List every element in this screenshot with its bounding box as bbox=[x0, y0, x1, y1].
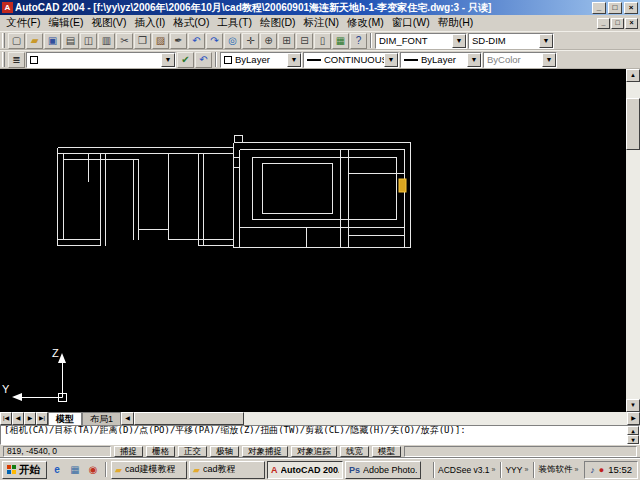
layer-combo[interactable]: ▼ bbox=[26, 52, 176, 68]
menu-format[interactable]: 格式(O) bbox=[169, 15, 213, 31]
zoom-realtime-icon[interactable]: ⊕ bbox=[260, 33, 277, 49]
properties-icon[interactable]: ▯ bbox=[314, 33, 331, 49]
tab-nav-button[interactable]: ◀ bbox=[12, 412, 24, 425]
close-button[interactable]: × bbox=[624, 2, 638, 14]
media-player-icon[interactable]: ◉ bbox=[85, 464, 101, 475]
chevron-down-icon[interactable]: ▼ bbox=[467, 53, 481, 67]
publish-icon[interactable]: ▥ bbox=[98, 33, 115, 49]
maximize-button[interactable]: □ bbox=[608, 2, 622, 14]
status-toggle-grid[interactable]: 栅格 bbox=[146, 446, 175, 457]
toolbar-grip[interactable] bbox=[2, 33, 5, 48]
zoom-previous-icon[interactable]: ⊟ bbox=[296, 33, 313, 49]
pan-realtime-icon[interactable]: ✛ bbox=[242, 33, 259, 49]
undo-icon[interactable]: ↶ bbox=[188, 33, 205, 49]
horizontal-scrollbar[interactable]: ◀ ▶ bbox=[121, 412, 640, 425]
antivirus-icon[interactable]: ● bbox=[599, 465, 604, 475]
text-style-combo[interactable]: DIM_FONT ▼ bbox=[375, 33, 467, 49]
minimize-button[interactable]: _ bbox=[592, 2, 606, 14]
volume-icon[interactable]: ♪ bbox=[590, 465, 595, 475]
taskbar-band[interactable]: 装饰软件» bbox=[533, 462, 582, 478]
status-toggle-osnap[interactable]: 对象捕捉 bbox=[242, 446, 288, 457]
tab-nav-button[interactable]: ▶| bbox=[36, 412, 48, 425]
taskbar-band[interactable]: YYY» bbox=[500, 462, 532, 478]
make-layer-current-icon[interactable]: ✔ bbox=[177, 52, 194, 68]
vertical-scroll-thumb[interactable] bbox=[626, 98, 640, 150]
scroll-down-icon[interactable]: ▼ bbox=[627, 435, 639, 444]
toolbar-grip[interactable] bbox=[2, 52, 5, 67]
redo-icon[interactable]: ↷ bbox=[206, 33, 223, 49]
command-window[interactable]: [相机(CA)/目标(TA)/距离(D)/点(PO)/平移(PA)/缩放(Z)/… bbox=[0, 425, 640, 445]
menu-modify[interactable]: 修改(M) bbox=[343, 15, 388, 31]
menu-tools[interactable]: 工具(T) bbox=[214, 15, 256, 31]
taskbar-clock: 15:52 bbox=[608, 464, 632, 475]
drawing-canvas[interactable]: Z Y ▲ ▼ bbox=[0, 69, 640, 412]
dim-style-combo[interactable]: SD-DIM ▼ bbox=[468, 33, 554, 49]
status-toggle-otrack[interactable]: 对象追踪 bbox=[291, 446, 337, 457]
show-desktop-icon[interactable]: ▦ bbox=[67, 464, 83, 475]
chevron-down-icon[interactable]: ▼ bbox=[161, 53, 175, 67]
command-scrollbar[interactable]: ▲ ▼ bbox=[627, 426, 639, 444]
paste-icon[interactable]: ▨ bbox=[152, 33, 169, 49]
cut-icon[interactable]: ✂ bbox=[116, 33, 133, 49]
taskbar-band[interactable]: ACDSee v3.1» bbox=[433, 462, 499, 478]
zoom-window-icon[interactable]: ⊞ bbox=[278, 33, 295, 49]
help-icon[interactable]: ? bbox=[350, 33, 367, 49]
copy-icon[interactable]: ❐ bbox=[134, 33, 151, 49]
start-button[interactable]: 开始 bbox=[2, 461, 47, 479]
horizontal-scroll-thumb[interactable] bbox=[134, 412, 244, 425]
tab-layout1[interactable]: 布局1 bbox=[82, 412, 121, 425]
status-toggle-snap[interactable]: 捕捉 bbox=[114, 446, 143, 457]
layer-manager-icon[interactable]: ≣ bbox=[8, 52, 25, 68]
open-file-icon[interactable]: ▰ bbox=[26, 33, 43, 49]
menu-window[interactable]: 窗口(W) bbox=[388, 15, 434, 31]
chevron-down-icon[interactable]: ▼ bbox=[384, 53, 398, 67]
chevron-down-icon[interactable]: ▼ bbox=[452, 34, 466, 48]
new-file-icon[interactable]: ▢ bbox=[8, 33, 25, 49]
scroll-up-icon[interactable]: ▲ bbox=[627, 426, 639, 435]
menu-draw[interactable]: 绘图(D) bbox=[256, 15, 300, 31]
vertical-scroll-track[interactable] bbox=[626, 82, 640, 399]
status-toggle-polar[interactable]: 极轴 bbox=[210, 446, 239, 457]
scroll-left-icon[interactable]: ◀ bbox=[121, 412, 134, 425]
taskbar-task[interactable]: ▰cad建模教程 bbox=[111, 461, 187, 479]
insert-hyperlink-icon[interactable]: ◎ bbox=[224, 33, 241, 49]
status-toggle-ortho[interactable]: 正交 bbox=[178, 446, 207, 457]
tab-nav-button[interactable]: |◀ bbox=[0, 412, 12, 425]
plot-preview-icon[interactable]: ◫ bbox=[80, 33, 97, 49]
save-icon[interactable]: ▣ bbox=[44, 33, 61, 49]
autocad-app-icon: A bbox=[2, 2, 13, 13]
horizontal-scroll-track[interactable] bbox=[134, 412, 627, 425]
tab-model[interactable]: 模型 bbox=[48, 412, 82, 425]
taskbar-task[interactable]: AAutoCAD 200... bbox=[267, 461, 343, 479]
chevron-down-icon[interactable]: ▼ bbox=[539, 34, 553, 48]
taskbar-task[interactable]: PsAdobe Photo... bbox=[345, 461, 421, 479]
ie-icon[interactable]: e bbox=[49, 464, 65, 475]
document-close-button[interactable]: × bbox=[625, 18, 638, 29]
status-toggle-lwt[interactable]: 线宽 bbox=[340, 446, 369, 457]
menu-view[interactable]: 视图(V) bbox=[87, 15, 130, 31]
status-toggle-model[interactable]: 模型 bbox=[372, 446, 401, 457]
lineweight-combo[interactable]: ByLayer ▼ bbox=[400, 52, 482, 68]
chevron-down-icon[interactable]: ▼ bbox=[542, 53, 556, 67]
designcenter-icon[interactable]: ▦ bbox=[332, 33, 349, 49]
match-properties-icon[interactable]: ✒ bbox=[170, 33, 187, 49]
scroll-down-icon[interactable]: ▼ bbox=[626, 399, 640, 412]
menu-file[interactable]: 文件(F) bbox=[2, 15, 44, 31]
menu-insert[interactable]: 插入(I) bbox=[130, 15, 169, 31]
scroll-up-icon[interactable]: ▲ bbox=[626, 69, 640, 82]
taskbar-task[interactable]: ▰cad教程 bbox=[189, 461, 265, 479]
color-combo[interactable]: ByLayer ▼ bbox=[220, 52, 302, 68]
menu-help[interactable]: 帮助(H) bbox=[434, 15, 478, 31]
vertical-scrollbar[interactable]: ▲ ▼ bbox=[626, 69, 640, 412]
menu-dimension[interactable]: 标注(N) bbox=[300, 15, 344, 31]
plot-icon[interactable]: ▤ bbox=[62, 33, 79, 49]
chevron-down-icon[interactable]: ▼ bbox=[287, 53, 301, 67]
document-minimize-button[interactable]: _ bbox=[597, 18, 610, 29]
plot-style-combo[interactable]: ByColor ▼ bbox=[483, 52, 557, 68]
tab-nav-button[interactable]: ▶ bbox=[24, 412, 36, 425]
scroll-right-icon[interactable]: ▶ bbox=[627, 412, 640, 425]
document-restore-button[interactable]: □ bbox=[611, 18, 624, 29]
menu-edit[interactable]: 编辑(E) bbox=[44, 15, 87, 31]
layer-previous-icon[interactable]: ↶ bbox=[195, 52, 212, 68]
linetype-combo[interactable]: CONTINUOUS ▼ bbox=[303, 52, 399, 68]
